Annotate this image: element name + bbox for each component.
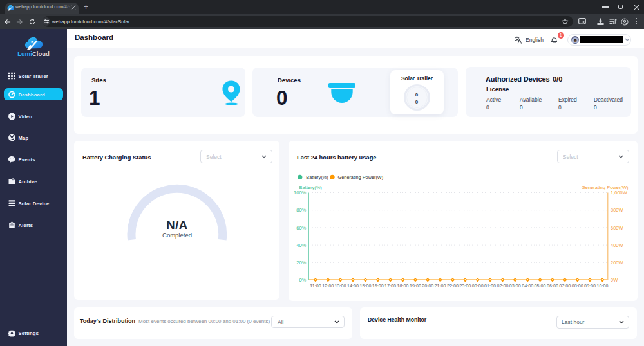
svg-text:10:00: 10:00 [596, 283, 608, 289]
svg-text:12:00: 12:00 [322, 283, 334, 289]
svg-text:07:00: 07:00 [559, 283, 571, 289]
svg-text:400W: 400W [611, 242, 624, 248]
svg-text:Battery(%): Battery(%) [306, 174, 328, 180]
svg-text:21:00: 21:00 [435, 283, 446, 289]
svg-text:100%: 100% [294, 190, 307, 196]
svg-text:14:00: 14:00 [347, 283, 359, 289]
svg-text:08:00: 08:00 [572, 283, 583, 289]
svg-text:02:00: 02:00 [497, 283, 508, 289]
svg-text:20:00: 20:00 [422, 283, 433, 289]
svg-text:15:00: 15:00 [359, 283, 371, 289]
svg-text:0%: 0% [299, 277, 306, 283]
svg-text:16:00: 16:00 [372, 283, 384, 289]
svg-text:1,000W: 1,000W [611, 190, 628, 196]
svg-text:40%: 40% [296, 242, 306, 248]
svg-text:06:00: 06:00 [547, 283, 558, 289]
svg-text:13:00: 13:00 [335, 283, 346, 289]
svg-text:01:00: 01:00 [484, 283, 496, 289]
svg-text:19:00: 19:00 [410, 283, 421, 289]
svg-text:600W: 600W [611, 225, 624, 231]
svg-text:00:00: 00:00 [472, 283, 484, 289]
svg-text:80%: 80% [296, 207, 306, 213]
svg-text:23:00: 23:00 [459, 283, 471, 289]
svg-text:0W: 0W [611, 277, 618, 283]
svg-text:11:00: 11:00 [310, 283, 321, 289]
svg-text:04:00: 04:00 [522, 283, 533, 289]
svg-text:20%: 20% [296, 260, 306, 266]
svg-text:18:00: 18:00 [397, 283, 409, 289]
svg-text:22:00: 22:00 [447, 283, 459, 289]
svg-text:800W: 800W [611, 207, 624, 213]
svg-text:03:00: 03:00 [509, 283, 521, 289]
svg-text:200W: 200W [611, 260, 624, 266]
svg-text:Generating Power(W): Generating Power(W) [338, 174, 384, 180]
svg-text:05:00: 05:00 [535, 283, 546, 289]
svg-text:60%: 60% [296, 225, 306, 231]
svg-text:17:00: 17:00 [384, 283, 396, 289]
svg-text:09:00: 09:00 [584, 283, 596, 289]
